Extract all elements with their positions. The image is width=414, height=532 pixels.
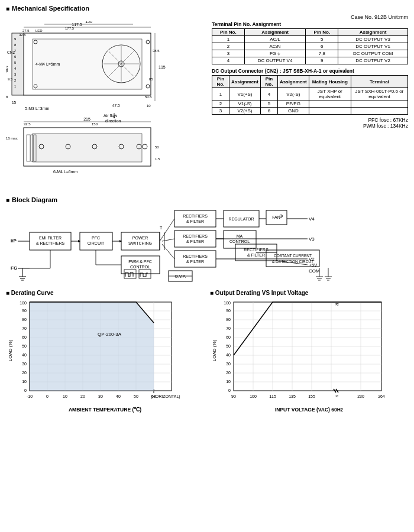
svg-text:FG: FG	[11, 265, 17, 271]
svg-line-155	[162, 239, 174, 241]
terminal-cell: DC OUTPUT V1	[338, 43, 408, 50]
mech-spec-title: Mechanical Specification	[6, 5, 408, 12]
svg-text:1.5: 1.5	[155, 157, 160, 161]
terminal-cell: 9	[306, 57, 338, 64]
svg-text:40: 40	[22, 353, 27, 357]
cn2-cell: JST XHP or equivalent	[309, 88, 351, 100]
svg-text:70: 70	[226, 326, 231, 330]
th-assign2: Assignment	[338, 29, 408, 36]
svg-text:V4: V4	[309, 216, 315, 222]
svg-text:20: 20	[22, 371, 27, 375]
svg-text:50.5: 50.5	[145, 95, 152, 99]
svg-text:MA: MA	[237, 234, 243, 238]
svg-text:LED: LED	[35, 29, 43, 33]
svg-point-11	[146, 85, 150, 88]
svg-point-10	[146, 40, 150, 44]
svg-text:32.5: 32.5	[24, 122, 31, 126]
svg-text:10: 10	[22, 379, 27, 384]
svg-text:⊕: ⊕	[279, 213, 283, 219]
terminal-cell: DC OUTPUT V3	[338, 36, 408, 43]
svg-text:& RECTIFIERS: & RECTIFIERS	[36, 241, 65, 245]
terminal-cell: DC OUTPUT V2	[338, 57, 408, 64]
cn2-cell: V2(+S)	[229, 108, 261, 115]
svg-text:30: 30	[226, 362, 231, 366]
terminal-cell: DC OUTPUT V4	[244, 57, 306, 64]
cn2-th2: Assignment	[229, 76, 261, 88]
page: Mechanical Specification Case No. 912B U…	[0, 0, 414, 532]
cn2-cell	[309, 108, 351, 115]
svg-marker-199	[30, 302, 154, 391]
svg-text:100: 100	[224, 301, 231, 305]
svg-text:80: 80	[226, 317, 231, 322]
svg-text:(HORIZONTAL): (HORIZONTAL)	[151, 394, 180, 399]
terminal-cell: DC OUTPUT COM	[338, 50, 408, 57]
cn2-cell: V2(-S)	[277, 88, 309, 100]
block-diagram-area: I/P FG EMI FILTER & RECTIFIERS PFC CIRCU…	[6, 206, 408, 288]
svg-text:PWM & PFC: PWM & PFC	[128, 259, 152, 264]
svg-text:10: 10	[63, 394, 67, 398]
svg-text:5-M3 L=3mm: 5-M3 L=3mm	[25, 106, 50, 111]
svg-text:T: T	[160, 226, 163, 230]
block-diagram-svg: I/P FG EMI FILTER & RECTIFIERS PFC CIRCU…	[6, 206, 408, 287]
svg-text:70: 70	[22, 326, 27, 330]
terminal-cell: 6	[306, 43, 338, 50]
cn2-row: 1V1(+S)4V2(-S)JST XHP or equivalentJST S…	[212, 88, 408, 100]
svg-text:direction: direction	[105, 119, 121, 123]
svg-text:50: 50	[226, 344, 231, 348]
svg-text:60: 60	[226, 335, 231, 339]
terminal-row: 4DC OUTPUT V49DC OUTPUT V2	[212, 57, 408, 64]
svg-point-51	[143, 144, 147, 149]
svg-text:135: 135	[289, 394, 296, 398]
pfc-line1: PFC fosc : 67KHz	[212, 117, 408, 123]
svg-text:CIRCUIT: CIRCUIT	[88, 241, 105, 245]
svg-text:155: 155	[308, 394, 315, 398]
th-pin2: Pin No.	[306, 29, 338, 36]
svg-text:15: 15	[12, 100, 17, 105]
svg-text:40: 40	[116, 394, 121, 398]
svg-text:POWER: POWER	[132, 236, 148, 240]
svg-rect-52	[27, 135, 30, 161]
cn2-cell: JST SXH-001T-P0.6 or equivalent	[351, 88, 407, 100]
svg-text:150: 150	[85, 21, 92, 24]
cn2-th4: Assignment	[277, 76, 309, 88]
svg-text:I/P: I/P	[11, 238, 17, 244]
svg-text:13 max: 13 max	[6, 137, 18, 140]
terminal-row: 2AC/N6DC OUTPUT V1	[212, 43, 408, 50]
block-diagram-title: Block Diagram	[6, 196, 408, 203]
cn2-th6: Terminal	[351, 76, 407, 88]
svg-text:& FILTER: & FILTER	[247, 253, 265, 257]
cn2-cell: 5	[260, 100, 277, 108]
svg-text:215: 215	[83, 117, 90, 121]
mech-section: 9 8 7 6 5 4 3 2 1 CN2 LED 117.5 150	[6, 21, 408, 194]
cn2-th5: Mating Housing	[309, 76, 351, 88]
svg-text:230: 230	[357, 394, 364, 398]
cn2-cell: V1(-S)	[229, 100, 261, 108]
svg-text:20: 20	[80, 394, 85, 398]
svg-text:8: 8	[6, 95, 8, 99]
derating-left: Derating Curve	[6, 290, 204, 413]
svg-text:CN2: CN2	[7, 50, 15, 54]
svg-text:20: 20	[226, 371, 231, 375]
svg-text:50: 50	[134, 394, 138, 398]
svg-text:117.5: 117.5	[72, 22, 82, 27]
derating-left-xlabel: AMBIENT TEMPERATURE (℃)	[6, 407, 204, 413]
svg-text:47.5: 47.5	[112, 103, 120, 108]
svg-text:4-M4 L=5mm: 4-M4 L=5mm	[35, 62, 60, 66]
pfc-info: PFC fosc : 67KHz PWM fosc : 134KHz	[212, 117, 408, 129]
mech-drawing: 9 8 7 6 5 4 3 2 1 CN2 LED 117.5 150	[6, 21, 207, 194]
svg-text:CONTROL: CONTROL	[229, 239, 250, 244]
svg-text:10: 10	[226, 379, 231, 384]
svg-text:115: 115	[159, 65, 166, 69]
svg-text:LOAD (%): LOAD (%)	[212, 339, 217, 361]
svg-text:-10: -10	[27, 394, 33, 398]
svg-text:32.5: 32.5	[19, 33, 26, 37]
cn2-th1: Pin No.	[212, 76, 229, 88]
svg-text:PFC: PFC	[92, 236, 100, 240]
svg-text:Air flow: Air flow	[104, 113, 118, 118]
cn2-cell	[351, 108, 407, 115]
svg-line-156	[162, 244, 174, 259]
terminal-cell: FG ⏚	[244, 50, 306, 57]
terminal-cell: 4	[212, 57, 245, 64]
svg-text:264: 264	[378, 394, 385, 398]
derating-section: Derating Curve	[6, 290, 408, 413]
